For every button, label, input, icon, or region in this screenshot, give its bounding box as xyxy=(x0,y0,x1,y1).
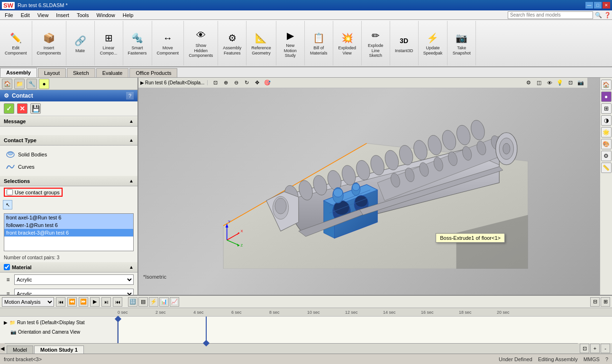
reference-geometry-button[interactable]: 📐 ReferenceGeometry xyxy=(249,29,273,57)
menu-edit[interactable]: Edit xyxy=(17,11,34,19)
help-icon[interactable]: ❓ xyxy=(604,12,611,18)
material-1-select[interactable]: Acrylic Steel Aluminum Copper Rubber xyxy=(14,274,134,285)
tab-office-products[interactable]: Office Products xyxy=(129,68,177,77)
timeline-row-orientation[interactable]: 📷 Orientation and Camera View xyxy=(2,327,115,337)
motion-filter-2[interactable]: ▤ xyxy=(138,297,148,307)
rt-btn-2[interactable]: ● xyxy=(601,91,612,102)
insert-components-button[interactable]: 📦 InsertComponents xyxy=(35,29,63,57)
explode-line-sketch-button[interactable]: ✏ ExplodeLineSketch xyxy=(365,27,386,60)
material-checkbox[interactable] xyxy=(4,264,10,270)
tab-motion-study[interactable]: Motion Study 1 xyxy=(34,346,84,354)
scroll-left-btn[interactable]: ◀ xyxy=(0,343,5,354)
save-button[interactable]: 💾 xyxy=(30,103,41,114)
motion-btn-5[interactable]: ⏮ xyxy=(113,297,122,307)
assembly-features-button[interactable]: ⚙ AssemblyFeatures xyxy=(221,29,243,57)
camera-icon[interactable]: 📷 xyxy=(576,79,585,87)
motion-btn-4[interactable]: ⏯ xyxy=(101,297,111,307)
motion-btn-3[interactable]: ⏩ xyxy=(79,297,88,307)
rt-btn-4[interactable]: ◑ xyxy=(601,115,612,126)
use-contact-groups-checkbox[interactable] xyxy=(7,189,13,195)
view-options-icon[interactable]: ⚙ xyxy=(524,79,533,87)
hide-show-icon[interactable]: 👁 xyxy=(545,79,554,87)
menu-tools[interactable]: Tools xyxy=(73,11,93,19)
maximize-button[interactable]: □ xyxy=(594,2,602,9)
edit-component-button[interactable]: ✏️ EditComponent xyxy=(3,29,29,57)
status-help-icon[interactable]: ? xyxy=(605,356,608,362)
viewport[interactable]: ▶ Run test 6 (Default<Displa... ⊡ ⊕ ⊖ ↻ … xyxy=(138,78,600,295)
material-section-header[interactable]: Material ▲ xyxy=(0,262,137,273)
take-snapshot-button[interactable]: 📷 TakeSnapshot xyxy=(451,29,473,57)
timeline-zoom-out[interactable]: ⊟ xyxy=(590,297,600,307)
rt-btn-7[interactable]: ⚙ xyxy=(601,151,612,161)
menu-window[interactable]: Window xyxy=(93,11,119,19)
playhead[interactable] xyxy=(118,317,119,343)
mate-button[interactable]: 🔗 Mate xyxy=(70,32,91,55)
ok-button[interactable]: ✓ xyxy=(4,103,14,114)
zoom-fit-icon[interactable]: ⊡ xyxy=(210,79,220,87)
selection-item-front-axel[interactable]: front axel-1@Run test 6 xyxy=(4,214,133,221)
panel-icon-btn-4[interactable]: ● xyxy=(39,79,49,89)
zoom-fit-btn[interactable]: ⊡ xyxy=(580,344,589,353)
display-style-icon[interactable]: ◫ xyxy=(534,79,544,87)
rotate-icon[interactable]: ↻ xyxy=(242,79,251,87)
motion-btn-1[interactable]: ⏮ xyxy=(56,297,65,307)
view-orient-icon[interactable]: 🎯 xyxy=(263,79,272,87)
zoom-out-btn[interactable]: - xyxy=(601,344,610,353)
rt-btn-1[interactable]: 🏠 xyxy=(601,80,612,90)
zoom-out-icon[interactable]: ⊖ xyxy=(231,79,241,87)
section-view-icon[interactable]: ⊡ xyxy=(566,79,575,87)
motion-filter-3[interactable]: ⚡ xyxy=(149,297,158,307)
instant3d-button[interactable]: 3D Instant3D xyxy=(393,32,415,55)
motion-btn-play[interactable]: ▶ xyxy=(90,297,100,307)
selection-item-follower[interactable]: follower-1@Run test 6 xyxy=(4,221,133,229)
tab-assembly[interactable]: Assembly xyxy=(0,68,37,77)
panel-icon-btn-1[interactable]: 🏠 xyxy=(2,79,12,89)
motion-filter-1[interactable]: 🔢 xyxy=(128,297,137,307)
motion-analysis-select[interactable]: Motion Analysis Basic Motion Animation xyxy=(2,297,54,307)
menu-file[interactable]: File xyxy=(1,11,17,19)
contact-type-section-header[interactable]: Contact Type ▲ xyxy=(0,135,137,146)
update-speedpak-button[interactable]: ⚡ UpdateSpeedpak xyxy=(421,29,445,57)
tab-layout[interactable]: Layout xyxy=(38,68,66,77)
selection-item-front-bracket[interactable]: front bracket-3@Run test 6 xyxy=(4,229,133,237)
menu-view[interactable]: View xyxy=(34,11,53,19)
selections-section-header[interactable]: Selections ▲ xyxy=(0,176,137,186)
pan-icon[interactable]: ✥ xyxy=(252,79,262,87)
minimize-button[interactable]: — xyxy=(585,2,593,9)
search-icon[interactable]: 🔍 xyxy=(595,12,602,18)
rt-btn-8[interactable]: 📏 xyxy=(601,163,612,173)
curves-item[interactable]: Curves xyxy=(4,161,134,173)
tab-model[interactable]: Model xyxy=(7,346,33,354)
rt-btn-6[interactable]: 🎨 xyxy=(601,139,612,149)
bill-of-materials-button[interactable]: 📋 Bill ofMaterials xyxy=(308,29,329,57)
tab-evaluate[interactable]: Evaluate xyxy=(96,68,129,77)
solid-bodies-item[interactable]: Solid Bodies xyxy=(4,148,134,161)
timeline-zoom-in[interactable]: ⊞ xyxy=(601,297,610,307)
cancel-button[interactable]: ✕ xyxy=(17,103,27,114)
lighting-icon[interactable]: 💡 xyxy=(555,79,565,87)
zoom-in-icon[interactable]: ⊕ xyxy=(221,79,230,87)
panel-icon-btn-3[interactable]: 🔧 xyxy=(27,79,37,89)
panel-help-button[interactable]: ? xyxy=(126,92,134,100)
message-section-header[interactable]: Message ▲ xyxy=(0,116,137,127)
motion-filter-5[interactable]: 📈 xyxy=(170,297,179,307)
timeline-row-run-test[interactable]: ▶ 📁 Run test 6 (Default<Display Stat xyxy=(2,318,115,327)
new-motion-study-button[interactable]: ▶ NewMotionStudy xyxy=(280,27,301,60)
panel-icon-btn-2[interactable]: 📁 xyxy=(14,79,25,89)
rt-btn-3[interactable]: ⊞ xyxy=(601,103,612,114)
zoom-in-btn[interactable]: + xyxy=(590,344,600,353)
rt-btn-5[interactable]: 🌟 xyxy=(601,127,612,137)
menu-insert[interactable]: Insert xyxy=(52,11,73,19)
tab-sketch[interactable]: Sketch xyxy=(67,68,95,77)
move-component-button[interactable]: ↔ MoveComponent xyxy=(155,29,181,57)
search-input[interactable] xyxy=(508,11,593,19)
close-button[interactable]: ✕ xyxy=(603,2,610,9)
menu-help[interactable]: Help xyxy=(119,11,137,19)
show-hidden-button[interactable]: 👁 ShowHiddenComponents xyxy=(187,27,215,60)
motion-btn-2[interactable]: ⏪ xyxy=(67,297,77,307)
exploded-view-button[interactable]: 💥 ExplodedView xyxy=(336,29,358,57)
material-2-select[interactable]: Acrylic Steel Aluminum Copper Rubber xyxy=(14,289,134,295)
linear-component-button[interactable]: ⊞ LinearCompo... xyxy=(98,29,119,57)
timeline-track[interactable] xyxy=(118,317,612,343)
smart-fasteners-button[interactable]: 🔩 SmartFasteners xyxy=(126,29,149,57)
